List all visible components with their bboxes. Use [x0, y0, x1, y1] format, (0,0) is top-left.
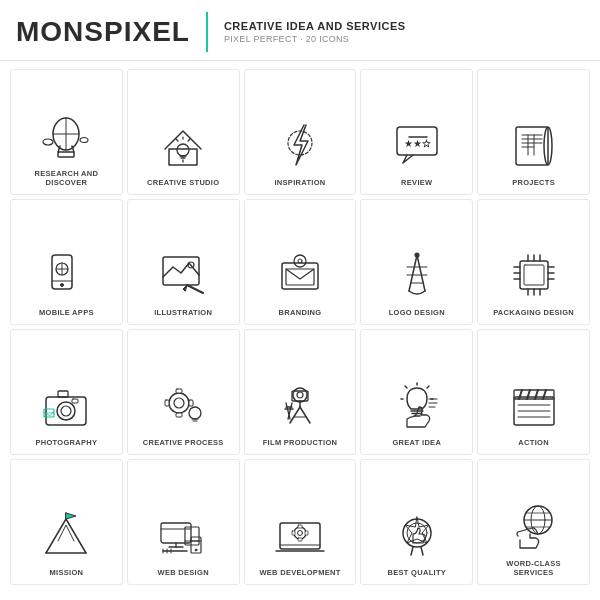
svg-line-44	[409, 255, 417, 291]
header-right: CREATIVE IDEA AND SERVICES PIXEL PERFECT…	[224, 20, 406, 44]
svg-text:★: ★	[422, 138, 431, 149]
svg-point-32	[61, 284, 64, 287]
svg-rect-132	[298, 538, 302, 541]
icon-cell-branding: BRANDING	[244, 199, 357, 325]
svg-rect-51	[524, 265, 544, 285]
icon-cell-research: RESEARCH ANDDISCOVER	[10, 69, 123, 195]
icon-cell-web-design: WEB DESIGN	[127, 459, 240, 585]
svg-point-6	[43, 139, 53, 145]
svg-text:★: ★	[413, 138, 422, 149]
header-divider	[206, 12, 208, 52]
icon-label-best-quality: BEST QUALITY	[387, 568, 446, 578]
icon-label-review: REVIEW	[401, 178, 432, 188]
svg-rect-67	[58, 391, 68, 397]
svg-text:★: ★	[404, 138, 413, 149]
svg-point-7	[80, 137, 88, 142]
svg-line-38	[187, 285, 203, 293]
icon-cell-creative-process: CREATIVE PROCESS	[127, 329, 240, 455]
icon-label-creative-process: CREATIVE PROCESS	[143, 438, 224, 448]
icon-label-projects: PROJECTS	[512, 178, 555, 188]
svg-marker-39	[183, 285, 187, 291]
svg-rect-73	[176, 389, 182, 393]
icon-label-web-development: WEB DEVELOPMENT	[259, 568, 340, 578]
header-subtitle: CREATIVE IDEA AND SERVICES	[224, 20, 406, 32]
svg-rect-75	[165, 400, 169, 406]
icon-label-photography: PHOTOGRAPHY	[35, 438, 97, 448]
icon-label-research: RESEARCH ANDDISCOVER	[35, 169, 99, 189]
icon-label-illustration: ILLUSTRATION	[154, 308, 212, 318]
header-sub2: PIXEL PERFECT · 20 ICONS	[224, 34, 406, 44]
icon-label-packaging-design: PACKAGING DESIGN	[493, 308, 574, 318]
svg-point-77	[189, 407, 201, 419]
icon-label-web-design: WEB DESIGN	[158, 568, 209, 578]
icon-cell-packaging-design: PACKAGING DESIGN	[477, 199, 590, 325]
svg-rect-131	[298, 525, 302, 528]
svg-rect-133	[292, 531, 295, 535]
svg-line-85	[300, 407, 310, 423]
icon-label-logo-design: LOGO DESIGN	[389, 308, 445, 318]
svg-line-15	[176, 139, 178, 141]
svg-point-121	[195, 549, 197, 551]
svg-rect-74	[176, 413, 182, 417]
brand-title: MONSPIXEL	[16, 16, 190, 48]
icon-cell-review: ★ ★ ★ REVIEW	[360, 69, 473, 195]
svg-line-139	[421, 547, 423, 555]
svg-point-71	[169, 393, 189, 413]
svg-line-14	[188, 139, 190, 141]
icon-cell-great-idea: GREAT IDEA	[360, 329, 473, 455]
svg-point-81	[297, 392, 303, 398]
header: MONSPIXEL CREATIVE IDEA AND SERVICES PIX…	[0, 0, 600, 61]
svg-line-96	[405, 386, 407, 388]
svg-rect-117	[185, 527, 199, 545]
icon-label-inspiration: INSPIRATION	[274, 178, 325, 188]
icon-label-mission: MISSION	[50, 568, 84, 578]
icon-cell-film-production: FILM PRODUCTION	[244, 329, 357, 455]
svg-point-130	[297, 531, 302, 536]
icon-label-creative-studio: CREATIVE STUDIO	[147, 178, 219, 188]
svg-point-46	[415, 253, 419, 257]
icon-label-film-production: FILM PRODUCTION	[263, 438, 338, 448]
svg-line-45	[417, 255, 425, 291]
icon-cell-word-class: WORD-CLASSSERVICES	[477, 459, 590, 585]
svg-line-95	[427, 386, 429, 388]
svg-marker-112	[66, 513, 76, 519]
icon-cell-creative-studio: CREATIVE STUDIO	[127, 69, 240, 195]
icon-label-action: ACTION	[518, 438, 549, 448]
svg-point-9	[177, 144, 189, 156]
svg-point-65	[57, 402, 75, 420]
svg-point-66	[61, 406, 71, 416]
svg-line-138	[411, 547, 413, 555]
svg-rect-22	[516, 127, 548, 165]
icon-cell-illustration: ILLUSTRATION	[127, 199, 240, 325]
svg-rect-68	[72, 399, 78, 403]
icon-label-word-class: WORD-CLASSSERVICES	[506, 559, 561, 579]
svg-point-72	[174, 398, 184, 408]
icon-cell-mission: MISSION	[10, 459, 123, 585]
icon-label-mobile-apps: MOBILE APPS	[39, 308, 94, 318]
icon-cell-action: ACTION	[477, 329, 590, 455]
svg-point-41	[294, 255, 306, 267]
icons-grid: RESEARCH ANDDISCOVER CREATIVE STUDIO INS	[0, 61, 600, 593]
svg-rect-3	[58, 152, 74, 157]
svg-rect-76	[189, 400, 193, 406]
svg-point-80	[293, 388, 307, 402]
svg-point-129	[294, 527, 306, 539]
svg-rect-113	[161, 523, 191, 543]
icon-cell-photography: PHOTOGRAPHY	[10, 329, 123, 455]
icon-cell-mobile-apps: MOBILE APPS	[10, 199, 123, 325]
icon-label-great-idea: GREAT IDEA	[392, 438, 441, 448]
icon-cell-inspiration: INSPIRATION	[244, 69, 357, 195]
svg-rect-134	[305, 531, 308, 535]
icon-cell-projects: PROJECTS	[477, 69, 590, 195]
icon-cell-web-development: WEB DEVELOPMENT	[244, 459, 357, 585]
icon-label-branding: BRANDING	[279, 308, 322, 318]
svg-rect-64	[46, 397, 86, 425]
icon-cell-logo-design: LOGO DESIGN	[360, 199, 473, 325]
icon-cell-best-quality: BEST QUALITY	[360, 459, 473, 585]
